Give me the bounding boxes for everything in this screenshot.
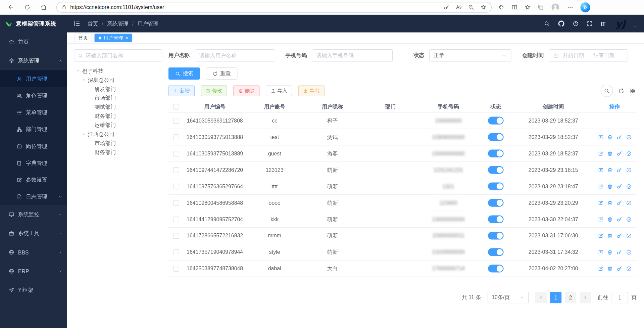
sidebar-item-role-management[interactable]: 角色管理 bbox=[0, 87, 67, 104]
sidebar-item-yi-framework[interactable]: Yi框架 bbox=[0, 281, 67, 299]
status-toggle[interactable] bbox=[488, 265, 504, 272]
refresh-icon[interactable] bbox=[24, 4, 30, 10]
back-icon[interactable] bbox=[7, 4, 14, 11]
row-checkbox[interactable] bbox=[174, 167, 179, 173]
phone-field[interactable] bbox=[316, 52, 388, 58]
tree-node[interactable]: 财务部门 bbox=[74, 148, 162, 157]
breadcrumb-home[interactable]: 首页 bbox=[88, 20, 98, 27]
tree-node[interactable]: 财务部门 bbox=[74, 112, 162, 121]
assign-role-icon[interactable] bbox=[626, 216, 632, 222]
edit-icon[interactable] bbox=[597, 151, 603, 156]
status-toggle[interactable] bbox=[488, 182, 504, 190]
password-key-icon[interactable] bbox=[444, 4, 449, 10]
zoom-out-icon[interactable] bbox=[468, 4, 474, 10]
delete-icon[interactable] bbox=[607, 184, 612, 189]
reset-password-icon[interactable] bbox=[616, 233, 622, 238]
reset-password-icon[interactable] bbox=[616, 249, 622, 255]
edit-icon[interactable] bbox=[597, 167, 603, 173]
assign-role-icon[interactable] bbox=[626, 134, 632, 140]
assign-role-icon[interactable] bbox=[626, 233, 632, 238]
tree-node[interactable]: 深圳总公司 bbox=[74, 76, 162, 85]
modify-button[interactable]: 修改 bbox=[201, 86, 227, 96]
add-button[interactable]: 新增 bbox=[168, 86, 195, 96]
assign-role-icon[interactable] bbox=[626, 184, 632, 189]
dept-search-box[interactable] bbox=[74, 49, 162, 62]
home-icon[interactable] bbox=[40, 4, 47, 11]
read-aloud-icon[interactable] bbox=[455, 4, 461, 10]
row-checkbox[interactable] bbox=[174, 266, 179, 271]
reset-password-icon[interactable] bbox=[616, 167, 622, 173]
row-checkbox[interactable] bbox=[174, 233, 179, 238]
import-button[interactable]: 导入 bbox=[266, 86, 292, 96]
assign-role-icon[interactable] bbox=[626, 200, 632, 205]
row-checkbox[interactable] bbox=[174, 134, 179, 140]
copilot-icon[interactable]: b bbox=[581, 2, 590, 12]
assign-role-icon[interactable] bbox=[626, 266, 632, 271]
user-logo-avatar[interactable]: yJ bbox=[615, 19, 626, 29]
assign-role-icon[interactable] bbox=[626, 249, 632, 255]
sidebar-collapse-icon[interactable] bbox=[73, 20, 81, 27]
tree-node[interactable]: 运维部门 bbox=[74, 121, 162, 130]
column-settings-icon[interactable] bbox=[630, 88, 636, 94]
status-select[interactable]: 正常 bbox=[429, 49, 511, 62]
sidebar-item-bbs[interactable]: BBS bbox=[0, 243, 67, 262]
tree-node[interactable]: 研发部门 bbox=[74, 85, 162, 94]
username-field[interactable] bbox=[199, 52, 271, 58]
page-button-2[interactable]: 2 bbox=[565, 292, 576, 303]
extensions-icon[interactable] bbox=[498, 4, 504, 10]
next-page-button[interactable] bbox=[580, 292, 591, 303]
url-text[interactable]: https://ccnetcore.com:1101/system/user bbox=[70, 4, 164, 10]
select-all-checkbox[interactable] bbox=[174, 104, 179, 109]
row-checkbox[interactable] bbox=[174, 249, 179, 255]
sidebar-item-menu-management[interactable]: 菜单管理 bbox=[0, 104, 67, 121]
page-size-select[interactable]: 10条/页 bbox=[488, 292, 529, 303]
caret-down-icon[interactable] bbox=[82, 78, 86, 82]
row-checkbox[interactable] bbox=[174, 151, 179, 156]
reset-password-icon[interactable] bbox=[616, 200, 622, 205]
split-screen-icon[interactable] bbox=[511, 4, 517, 10]
status-toggle[interactable] bbox=[488, 133, 504, 141]
edit-icon[interactable] bbox=[597, 134, 603, 140]
profile-avatar[interactable] bbox=[551, 3, 560, 12]
goto-page-input[interactable] bbox=[612, 292, 628, 303]
tree-node[interactable]: 市场部门 bbox=[74, 94, 162, 103]
reset-button[interactable]: 重置 bbox=[206, 67, 237, 80]
delete-icon[interactable] bbox=[607, 266, 612, 271]
dept-search-input[interactable] bbox=[86, 52, 158, 58]
breadcrumb-section[interactable]: 系统管理 bbox=[107, 20, 129, 27]
reset-password-icon[interactable] bbox=[616, 266, 622, 271]
search-icon[interactable] bbox=[544, 20, 550, 27]
edit-icon[interactable] bbox=[597, 266, 603, 271]
sidebar-item-dept-management[interactable]: 部门管理 bbox=[0, 121, 67, 138]
caret-down-icon[interactable] bbox=[82, 132, 86, 136]
tree-node[interactable]: 测试部门 bbox=[74, 103, 162, 112]
close-icon[interactable]: × bbox=[125, 35, 128, 40]
delete-icon[interactable] bbox=[607, 167, 612, 173]
sidebar-item-erp[interactable]: ERP bbox=[0, 262, 67, 281]
delete-button[interactable]: 删除 bbox=[233, 86, 259, 96]
status-toggle[interactable] bbox=[488, 117, 504, 125]
row-checkbox[interactable] bbox=[174, 200, 179, 205]
favorite-star-icon[interactable] bbox=[480, 4, 486, 10]
date-range-picker[interactable]: 开始日期 - 结束日期 bbox=[549, 49, 628, 62]
status-toggle[interactable] bbox=[488, 166, 504, 174]
row-checkbox[interactable] bbox=[174, 184, 179, 189]
tree-node[interactable]: 江西总公司 bbox=[74, 130, 162, 139]
sidebar-item-log-management[interactable]: 日志管理 bbox=[0, 188, 67, 205]
edit-icon[interactable] bbox=[597, 184, 603, 189]
delete-icon[interactable] bbox=[607, 249, 612, 255]
status-toggle[interactable] bbox=[488, 150, 504, 157]
reset-password-icon[interactable] bbox=[616, 151, 622, 156]
caret-down-icon[interactable] bbox=[76, 69, 80, 73]
refresh-table-icon[interactable] bbox=[618, 88, 624, 94]
assign-role-icon[interactable] bbox=[626, 167, 632, 173]
reset-password-icon[interactable] bbox=[616, 216, 622, 222]
sidebar-item-system-tools[interactable]: 系统工具 bbox=[0, 224, 67, 243]
search-button[interactable]: 搜索 bbox=[168, 67, 200, 80]
edit-icon[interactable] bbox=[597, 249, 603, 255]
status-toggle[interactable] bbox=[488, 199, 504, 206]
address-bar[interactable]: https://ccnetcore.com:1101/system/user bbox=[56, 2, 492, 13]
toggle-search-button[interactable] bbox=[600, 85, 613, 97]
assign-role-icon[interactable] bbox=[626, 151, 632, 156]
page-button-1[interactable]: 1 bbox=[550, 292, 561, 303]
